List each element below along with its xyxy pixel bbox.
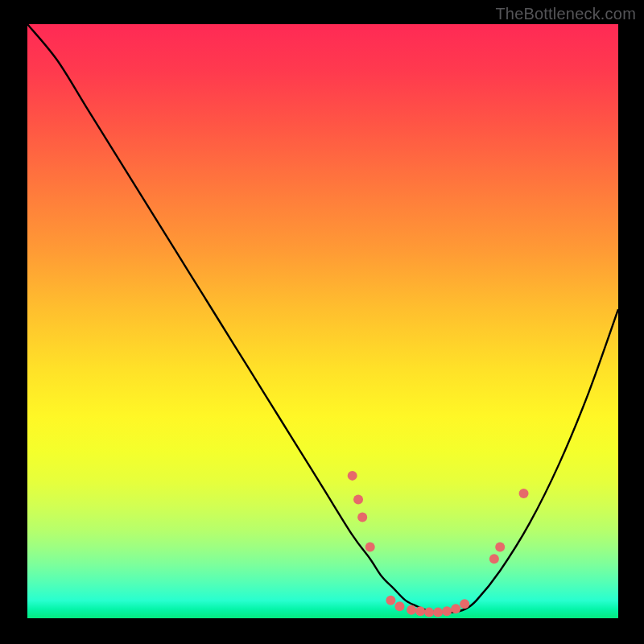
data-point (519, 489, 529, 498)
data-point (460, 599, 469, 609)
data-point (433, 608, 443, 617)
data-point (415, 606, 425, 616)
data-point (348, 471, 357, 481)
bottleneck-curve (27, 24, 618, 613)
data-point (394, 601, 404, 611)
chart-container: TheBottleneck.com (0, 0, 644, 644)
data-point (489, 554, 499, 564)
data-point (424, 608, 434, 617)
curve-layer (27, 24, 618, 618)
attribution-text: TheBottleneck.com (495, 5, 636, 23)
data-point (495, 542, 505, 551)
data-points (348, 471, 529, 617)
data-point (357, 513, 367, 522)
data-point (386, 596, 395, 605)
plot-area (27, 24, 618, 618)
data-point (442, 606, 452, 616)
data-point (353, 494, 363, 504)
data-point (365, 542, 375, 551)
data-point (407, 605, 416, 615)
data-point (451, 604, 460, 613)
